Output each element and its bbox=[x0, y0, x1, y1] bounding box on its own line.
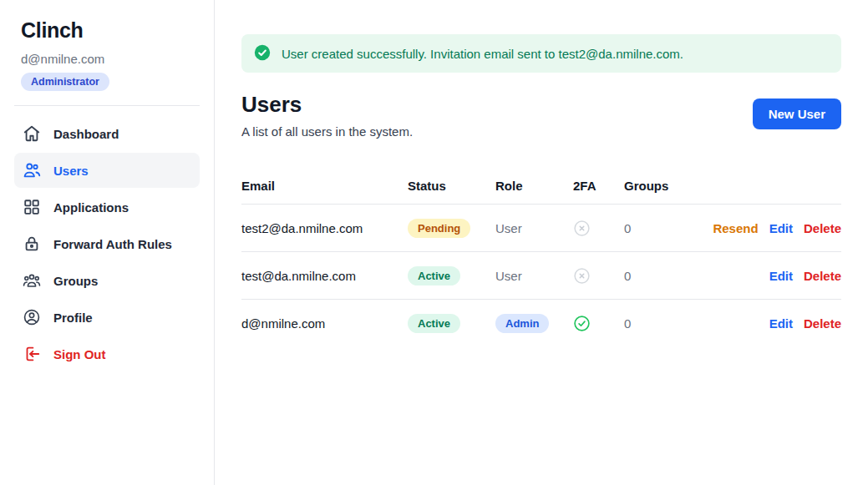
edit-link[interactable]: Edit bbox=[769, 316, 793, 331]
column-header-2fa: 2FA bbox=[573, 179, 624, 193]
success-banner-message: User created successfully. Invitation em… bbox=[282, 47, 683, 61]
sidebar-nav: DashboardUsersApplicationsForward Auth R… bbox=[14, 116, 200, 371]
sidebar-item-label: Sign Out bbox=[53, 347, 106, 361]
grid-icon bbox=[23, 198, 41, 216]
table-row: test@da.nmilne.comActiveUser0EditDelete bbox=[241, 252, 841, 300]
sidebar-item-label: Forward Auth Rules bbox=[53, 237, 172, 251]
delete-link[interactable]: Delete bbox=[804, 316, 841, 331]
groups-icon bbox=[23, 271, 41, 290]
user-email-cell: d@nmilne.com bbox=[241, 316, 408, 331]
table-header-row: Email Status Role 2FA Groups bbox=[241, 179, 841, 205]
groups-count: 0 bbox=[624, 269, 699, 283]
sidebar-item-dashboard[interactable]: Dashboard bbox=[14, 116, 200, 151]
status-badge: Active bbox=[408, 314, 460, 333]
sidebar-item-profile[interactable]: Profile bbox=[14, 300, 200, 335]
main-content: User created successfully. Invitation em… bbox=[215, 0, 868, 485]
groups-count: 0 bbox=[624, 221, 699, 235]
edit-link[interactable]: Edit bbox=[769, 221, 793, 235]
status-badge: Active bbox=[408, 266, 460, 285]
page-header: Users A list of all users in the system.… bbox=[241, 92, 841, 139]
user-email-cell: test@da.nmilne.com bbox=[241, 269, 408, 283]
sidebar: Clinch d@nmilne.com Administrator Dashbo… bbox=[0, 0, 215, 485]
role-badge: Admin bbox=[495, 314, 549, 333]
status-cell: Pending bbox=[408, 219, 495, 238]
sidebar-divider bbox=[14, 105, 200, 106]
delete-link[interactable]: Delete bbox=[804, 269, 841, 283]
role-cell: User bbox=[495, 269, 573, 283]
users-table: Email Status Role 2FA Groups test2@da.nm… bbox=[241, 179, 841, 347]
sidebar-item-forward-auth-rules[interactable]: Forward Auth Rules bbox=[14, 226, 200, 261]
home-icon bbox=[23, 124, 41, 143]
sidebar-item-sign-out[interactable]: Sign Out bbox=[14, 336, 200, 371]
user-email-cell: test2@da.nmilne.com bbox=[241, 221, 408, 235]
page-subtitle: A list of all users in the system. bbox=[241, 124, 413, 139]
role-cell: User bbox=[495, 221, 573, 235]
resend-link[interactable]: Resend bbox=[713, 221, 758, 235]
status-badge: Pending bbox=[408, 219, 470, 238]
table-row: test2@da.nmilne.comPendingUser0ResendEdi… bbox=[241, 205, 841, 252]
column-header-role: Role bbox=[495, 179, 573, 193]
sidebar-user-email: d@nmilne.com bbox=[14, 52, 200, 66]
new-user-button[interactable]: New User bbox=[753, 99, 841, 129]
column-header-groups: Groups bbox=[624, 179, 699, 193]
status-cell: Active bbox=[408, 314, 495, 333]
sidebar-item-label: Groups bbox=[53, 274, 98, 288]
sidebar-item-label: Profile bbox=[53, 311, 93, 325]
sidebar-item-label: Users bbox=[53, 164, 89, 178]
users-icon bbox=[23, 161, 41, 179]
role-cell: Admin bbox=[495, 314, 573, 333]
lock-icon bbox=[23, 235, 41, 253]
twofa-disabled-x-icon bbox=[573, 267, 624, 285]
sidebar-item-users[interactable]: Users bbox=[14, 153, 200, 188]
sidebar-item-groups[interactable]: Groups bbox=[14, 263, 200, 298]
sidebar-item-applications[interactable]: Applications bbox=[14, 189, 200, 225]
profile-icon bbox=[23, 308, 41, 326]
check-circle-icon bbox=[254, 44, 271, 63]
row-actions: EditDelete bbox=[699, 269, 841, 283]
column-header-status: Status bbox=[408, 179, 495, 193]
status-cell: Active bbox=[408, 266, 495, 285]
delete-link[interactable]: Delete bbox=[804, 221, 841, 235]
row-actions: EditDelete bbox=[699, 316, 841, 331]
twofa-disabled-x-icon bbox=[573, 220, 624, 237]
sidebar-item-label: Applications bbox=[53, 200, 129, 215]
page-header-text: Users A list of all users in the system. bbox=[241, 92, 413, 139]
administrator-badge: Administrator bbox=[21, 73, 109, 91]
edit-link[interactable]: Edit bbox=[769, 269, 793, 283]
sign-out-icon bbox=[23, 345, 41, 363]
table-row: d@nmilne.comActiveAdmin0EditDelete bbox=[241, 300, 841, 347]
app-title: Clinch bbox=[14, 18, 200, 43]
groups-count: 0 bbox=[624, 316, 699, 331]
column-header-email: Email bbox=[241, 179, 408, 193]
page-title: Users bbox=[241, 92, 413, 117]
success-banner: User created successfully. Invitation em… bbox=[241, 34, 841, 73]
row-actions: ResendEditDelete bbox=[699, 221, 841, 235]
twofa-enabled-check-icon bbox=[573, 315, 624, 332]
app-layout: Clinch d@nmilne.com Administrator Dashbo… bbox=[0, 0, 868, 485]
table-body: test2@da.nmilne.comPendingUser0ResendEdi… bbox=[241, 205, 841, 347]
sidebar-item-label: Dashboard bbox=[53, 127, 119, 141]
